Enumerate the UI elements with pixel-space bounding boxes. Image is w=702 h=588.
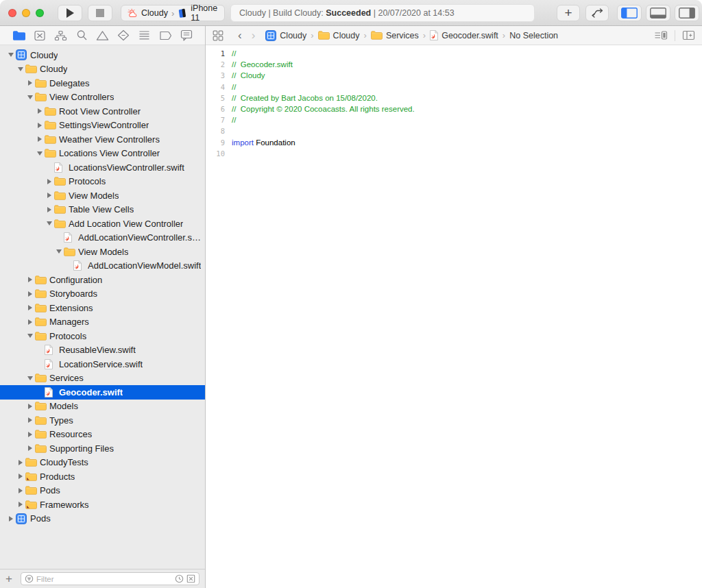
disclosure-triangle[interactable] [44,221,54,225]
disclosure-triangle[interactable] [44,207,54,212]
run-button[interactable] [58,5,82,21]
line-number[interactable]: 8 [206,127,232,135]
source-control-navigator[interactable] [32,28,47,43]
toggle-navigator-button[interactable] [617,5,642,21]
tree-item-weather-view-controllers[interactable]: Weather View Controllers [0,132,205,147]
code-review-button[interactable] [585,5,609,21]
tree-item-protocols[interactable]: Protocols [0,175,205,189]
disclosure-triangle[interactable] [44,179,54,184]
library-button[interactable]: + [557,5,580,21]
line-number[interactable]: 2 [206,60,232,69]
breakpoint-navigator[interactable] [158,28,173,43]
tree-item-resources[interactable]: Resources [0,428,205,442]
disclosure-triangle[interactable] [5,53,16,57]
disclosure-triangle[interactable] [25,404,35,409]
tree-item-view-controllers[interactable]: View Controllers [0,90,205,105]
breadcrumb-item-services[interactable]: Services [371,31,419,40]
issue-navigator[interactable] [95,28,110,43]
tree-item-addlocationviewcontroller-swift[interactable]: AddLocationViewController.swift [0,231,205,245]
tree-item-cloudy[interactable]: Cloudy [0,48,205,62]
line-number[interactable]: 7 [206,116,232,124]
line-number[interactable]: 5 [206,94,232,102]
breadcrumb-item-no-selection[interactable]: No Selection [509,31,558,40]
tree-item-storyboards[interactable]: Storyboards [0,287,205,302]
disclosure-triangle[interactable] [25,376,35,380]
disclosure-triangle[interactable] [34,136,45,142]
line-number[interactable]: 9 [206,138,232,147]
line-number[interactable]: 1 [206,49,232,58]
adjust-editor-options-icon[interactable] [654,30,668,40]
disclosure-triangle[interactable] [15,502,25,507]
tree-item-reusableview-swift[interactable]: ReusableView.swift [0,343,205,358]
tree-item-table-view-cells[interactable]: Table View Cells [0,203,205,217]
zoom-window-button[interactable] [36,9,44,17]
tree-item-locations-view-controller[interactable]: Locations View Controller [0,147,205,161]
disclosure-triangle[interactable] [25,445,35,451]
disclosure-triangle[interactable] [25,432,35,437]
test-navigator[interactable] [116,28,131,43]
toggle-inspectors-button[interactable] [675,5,699,21]
source-control-filter-icon[interactable] [186,574,195,583]
tree-item-pods[interactable]: Pods [0,484,205,498]
recent-files-clock-icon[interactable] [175,574,184,583]
close-window-button[interactable] [8,9,16,17]
disclosure-triangle[interactable] [5,516,16,522]
line-number[interactable]: 4 [206,83,232,91]
tree-item-locationsviewcontroller-swift[interactable]: LocationsViewController.swift [0,160,205,175]
disclosure-triangle[interactable] [15,67,25,71]
line-number[interactable]: 10 [206,149,232,158]
line-number[interactable]: 6 [206,105,232,113]
disclosure-triangle[interactable] [25,95,35,99]
sidebar-divider[interactable] [205,26,206,588]
code-editor[interactable]: 1//2// Geocoder.swift3// Cloudy4//5// Cr… [206,45,702,588]
find-navigator[interactable] [74,28,89,43]
tree-item-extensions[interactable]: Extensions [0,301,205,315]
tree-item-geocoder-swift[interactable]: Geocoder.swift [0,385,205,400]
tree-item-cloudy[interactable]: Cloudy [0,62,205,77]
tree-item-view-models[interactable]: View Models [0,188,205,203]
toggle-debug-area-button[interactable] [646,5,670,21]
breadcrumb-item-cloudy[interactable]: Cloudy [318,31,360,40]
disclosure-triangle[interactable] [25,277,35,282]
tree-item-models[interactable]: Models [0,400,205,414]
add-editor-icon[interactable] [682,30,695,40]
disclosure-triangle[interactable] [34,151,45,156]
tree-item-types[interactable]: Types [0,413,205,428]
tree-item-protocols[interactable]: Protocols [0,329,205,343]
tree-item-products[interactable]: Products [0,469,205,484]
tree-item-supporting-files[interactable]: Supporting Files [0,441,205,456]
tree-item-configuration[interactable]: Configuration [0,273,205,287]
report-navigator[interactable] [179,28,194,43]
disclosure-triangle[interactable] [25,291,35,297]
activity-status[interactable]: Cloudy | Build Cloudy: Succeeded | 20/07… [230,4,535,22]
tree-item-locationservice-swift[interactable]: LocationService.swift [0,357,205,371]
tree-item-frameworks[interactable]: Frameworks [0,498,205,512]
breadcrumb-item-cloudy[interactable]: Cloudy [265,30,306,41]
filter-icon[interactable] [25,574,34,583]
add-file-button[interactable]: + [5,572,15,586]
symbol-navigator[interactable] [53,28,69,43]
stop-button[interactable] [88,5,112,21]
disclosure-triangle[interactable] [44,193,54,198]
disclosure-triangle[interactable] [15,460,25,465]
disclosure-triangle[interactable] [15,488,25,493]
disclosure-triangle[interactable] [34,123,45,128]
filter-field[interactable]: Filter [21,572,199,585]
minimize-window-button[interactable] [22,9,30,17]
disclosure-triangle[interactable] [25,334,35,338]
disclosure-triangle[interactable] [25,305,35,310]
tree-item-view-models[interactable]: View Models [0,245,205,259]
disclosure-triangle[interactable] [53,249,64,254]
project-navigator-active[interactable] [12,28,27,43]
tree-item-managers[interactable]: Managers [0,315,205,330]
tree-item-root-view-controller[interactable]: Root View Controller [0,104,205,119]
tree-item-addlocationviewmodel-swift[interactable]: AddLocationViewModel.swift [0,259,205,273]
disclosure-triangle[interactable] [15,474,25,479]
disclosure-triangle[interactable] [25,319,35,325]
scheme-selector[interactable]: Cloudy › iPhone 11 [121,5,225,21]
disclosure-triangle[interactable] [25,80,35,86]
go-back-button[interactable]: ‹ [233,29,247,41]
tree-item-add-location-view-controller[interactable]: Add Location View Controller [0,217,205,231]
tree-item-services[interactable]: Services [0,371,205,386]
debug-navigator[interactable] [137,28,152,43]
